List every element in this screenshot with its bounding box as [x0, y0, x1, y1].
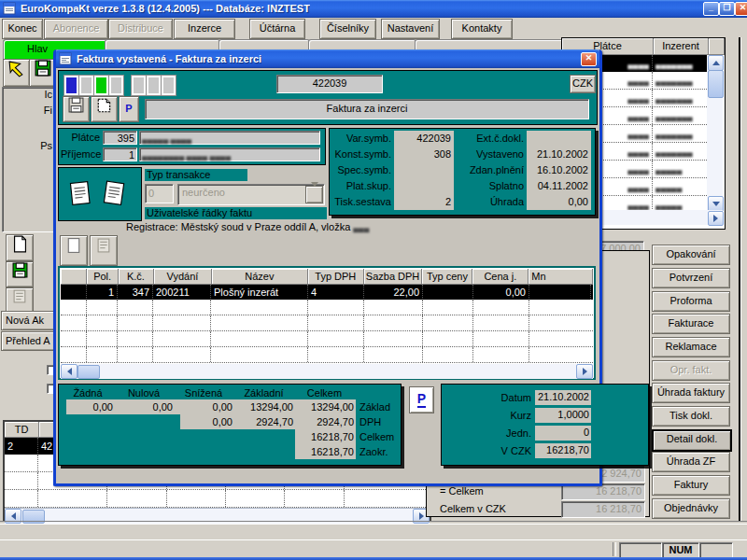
- grid-empty-row[interactable]: [5, 490, 430, 508]
- minimize-button[interactable]: _: [703, 2, 719, 16]
- uhrada-faktury-button[interactable]: Úhrada faktury: [652, 383, 730, 403]
- indicator-4-icon: [109, 76, 123, 95]
- items-header-sazba-dph[interactable]: Sazba DPH: [364, 269, 423, 285]
- menu-distribuce: Distribuce: [108, 19, 173, 39]
- items-header-vydani[interactable]: Vydání: [154, 269, 212, 285]
- dialog-icon: [59, 52, 72, 65]
- close-button[interactable]: ✕: [735, 2, 747, 16]
- items-header-nazev[interactable]: Název: [212, 269, 308, 285]
- receiver-name-field[interactable]: ▄▄▄▄▄▄▄▄ ▄▄▄▄ ▄▄▄▄: [139, 147, 320, 161]
- info-value[interactable]: [394, 162, 454, 178]
- items-empty-row[interactable]: [61, 347, 593, 363]
- list-header-inzerent[interactable]: Inzerent: [654, 38, 709, 55]
- info-label: Úhrada: [457, 196, 524, 207]
- menu-nastaveni[interactable]: Nastavení: [381, 19, 440, 39]
- opr-fakt-button: Opr. fakt.: [652, 360, 730, 381]
- dialog-titlebar[interactable]: Faktura vystavená - Faktura za inzerci ✕: [56, 49, 599, 68]
- notes-icon: [96, 236, 112, 255]
- summary-value: 0,00: [63, 401, 113, 413]
- items-header-cena-j[interactable]: Cena j.: [472, 269, 529, 285]
- opakovani-button[interactable]: Opakování: [652, 245, 730, 265]
- rate-value[interactable]: 1,0000: [535, 408, 591, 423]
- reklamace-button[interactable]: Reklamace: [652, 337, 730, 357]
- currency-button[interactable]: CZK: [570, 75, 596, 93]
- proforma-button[interactable]: Proforma: [652, 291, 730, 312]
- summary-value: 2924,70: [234, 416, 293, 427]
- registration-text: Registrace: Městský soud v Praze oddíl A…: [126, 221, 462, 232]
- items-empty-row[interactable]: [61, 315, 593, 331]
- rate-panel: Datum Kurz Jedn. V CZK 21.10.2002 1,0000…: [441, 384, 649, 466]
- invoice-dialog: Faktura vystavená - Faktura za inzerci ✕…: [53, 49, 602, 486]
- receiver-code-field[interactable]: 1: [103, 147, 137, 161]
- dialog-close-button[interactable]: ✕: [581, 52, 597, 66]
- items-header-pol[interactable]: Pol.: [87, 269, 118, 285]
- save-record-button[interactable]: [6, 261, 34, 287]
- document-info-panel: Var.symb. Konst.symb. Spec.symb. Plat.sk…: [329, 128, 596, 216]
- potvrzeni-button[interactable]: Potvrzení: [652, 268, 730, 288]
- summary-value: 13294,00: [295, 401, 354, 413]
- document-number-field[interactable]: 422039: [276, 75, 383, 93]
- info-label: Tisk.sestava: [331, 196, 391, 207]
- fakturace-button[interactable]: Fakturace: [652, 314, 730, 334]
- info-value[interactable]: 0,00: [527, 194, 591, 210]
- menu-uctarna[interactable]: Účtárna: [249, 19, 305, 39]
- rate-label: V CZK: [470, 445, 531, 456]
- menu-bar: Konec Abonence Distribuce Inzerce Účtárn…: [0, 18, 747, 38]
- blank-page-button[interactable]: [60, 235, 88, 266]
- celkem-label: = Celkem: [440, 485, 484, 497]
- items-empty-row[interactable]: [61, 331, 593, 347]
- rate-value[interactable]: 21.10.2002: [535, 390, 591, 405]
- menu-ciselniky[interactable]: Číselníky: [319, 19, 376, 39]
- scroll-thumb: [708, 70, 724, 98]
- summary-row-label: DPH: [359, 416, 381, 427]
- rate-value[interactable]: 16218,70: [535, 443, 591, 458]
- rate-label: Kurz: [470, 410, 531, 421]
- menu-kontakty[interactable]: Kontakty: [451, 19, 513, 39]
- detail-dokl-button[interactable]: Detail dokl.: [652, 429, 732, 452]
- info-value[interactable]: 422039: [394, 131, 454, 147]
- items-empty-row[interactable]: [61, 300, 593, 315]
- payer-code-field[interactable]: 395: [103, 131, 137, 145]
- invoice-items-grid: Pol. K.č. Vydání Název Typ DPH Sazba DPH…: [58, 266, 596, 380]
- notes-icon: [12, 288, 28, 304]
- dialog-save-button[interactable]: [63, 96, 90, 122]
- nova-akce-button[interactable]: Nová Ak: [1, 311, 61, 330]
- menu-inzerce[interactable]: Inzerce: [174, 19, 235, 39]
- total-celkem-czk-field: 16 218,70: [561, 501, 645, 518]
- list-vscrollbar[interactable]: [707, 55, 723, 210]
- uhrada-zf-button[interactable]: Úhrada ZF: [652, 452, 730, 472]
- prehled-akci-button[interactable]: Přehled A: [1, 331, 61, 351]
- items-header-typ-ceny[interactable]: Typ ceny: [422, 269, 472, 285]
- info-value[interactable]: 21.10.2002: [527, 147, 591, 162]
- info-value[interactable]: 04.11.2002: [527, 178, 591, 194]
- payer-name-field[interactable]: ▄▄▄▄▄ ▄▄▄▄: [139, 131, 320, 145]
- items-selected-row[interactable]: 1 347 200211 Plošný inzerát 4 22,00 0,00: [61, 285, 593, 300]
- info-value[interactable]: 16.10.2002: [527, 162, 591, 178]
- grid-header-td[interactable]: TD: [5, 422, 39, 438]
- objednavky-button[interactable]: Objednávky: [652, 498, 730, 519]
- rate-value[interactable]: 0: [535, 426, 591, 441]
- info-value[interactable]: [394, 178, 454, 194]
- menu-abonence: Abonence: [44, 19, 108, 39]
- application-window: EuroKompaKt verze 1.3.8 (12.4.2005) --- …: [0, 0, 747, 560]
- items-header-kc[interactable]: K.č.: [119, 269, 154, 285]
- document-type-field[interactable]: Faktura za inzerci: [145, 99, 589, 119]
- tisk-dokl-button[interactable]: Tisk dokl.: [652, 406, 730, 427]
- menu-konec[interactable]: Konec: [2, 19, 43, 39]
- items-hscrollbar[interactable]: [61, 364, 593, 379]
- info-value[interactable]: [527, 131, 591, 147]
- restore-button[interactable]: ❐: [719, 2, 735, 16]
- info-value[interactable]: 2: [394, 194, 454, 210]
- dialog-copy-button[interactable]: [91, 96, 118, 122]
- print-p-button[interactable]: P: [409, 386, 434, 413]
- items-header-mn[interactable]: Mn: [529, 269, 593, 285]
- info-value[interactable]: 308: [394, 147, 454, 162]
- back-arrow-button[interactable]: [3, 59, 30, 87]
- new-document-button[interactable]: [6, 234, 34, 261]
- dialog-p-button[interactable]: P: [119, 96, 139, 122]
- save-button-left[interactable]: [29, 59, 56, 87]
- items-header-typ-dph[interactable]: Typ DPH: [308, 269, 364, 285]
- faktury-button[interactable]: Faktury: [652, 475, 730, 496]
- scroll-left-icon: [61, 364, 78, 379]
- info-label: Zdan.plnění: [457, 164, 524, 175]
